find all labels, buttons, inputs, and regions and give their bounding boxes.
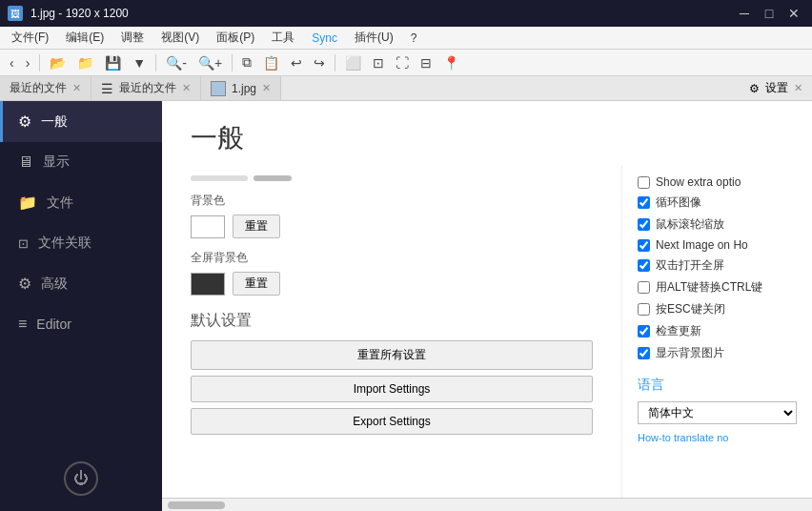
checkbox-esc-close-input[interactable] (638, 303, 650, 316)
settings-tab-close[interactable]: ✕ (794, 82, 802, 94)
fullscreen-button[interactable]: ⛶ (392, 53, 413, 72)
checkbox-check-update-label: 检查更新 (656, 323, 701, 339)
sidebar-label-files: 文件 (47, 194, 73, 212)
menu-help[interactable]: ? (403, 30, 425, 47)
resize-button[interactable]: ⊡ (369, 53, 388, 72)
tab-settings[interactable]: ⚙ 设置 ✕ (740, 76, 812, 100)
select-button[interactable]: ⊟ (416, 53, 436, 72)
paste-button[interactable]: 📋 (259, 53, 283, 72)
bg-color-label: 背景色 (191, 193, 593, 209)
menu-sync[interactable]: Sync (304, 30, 345, 47)
scroll-indicator (191, 175, 593, 181)
checkbox-next-image-label: Next Image on Ho (656, 238, 748, 252)
settings-panel: 一般 背景色 重置 全屏背景色 重置 (162, 101, 812, 511)
tab-recent-1[interactable]: 最近的文件 ✕ (0, 76, 91, 100)
checkbox-alt-ctrl: 用ALT键替换CTRL键 (638, 279, 797, 296)
settings-gear-icon: ⚙ (749, 82, 760, 95)
tab-image-thumbnail (211, 81, 226, 96)
sidebar-label-general: 一般 (41, 113, 68, 131)
menu-plugins[interactable]: 插件(U) (347, 28, 401, 48)
nav-forward-button[interactable]: › (22, 53, 34, 72)
tab-recent-1-close[interactable]: ✕ (72, 82, 81, 94)
horizontal-scrollbar[interactable] (162, 498, 812, 511)
menu-panel[interactable]: 面板(P) (209, 28, 262, 48)
menu-adjust[interactable]: 调整 (113, 28, 152, 48)
sidebar-item-file-assoc[interactable]: ⊡ 文件关联 (0, 223, 162, 263)
menu-view[interactable]: 视图(V) (153, 28, 207, 48)
tab-bar: 最近的文件 ✕ ☰ 最近的文件 ✕ 1.jpg ✕ ⚙ 设置 ✕ (0, 76, 812, 101)
minimize-button[interactable]: ─ (734, 5, 755, 22)
sidebar-item-files[interactable]: 📁 文件 (0, 182, 162, 223)
settings-right: Show extra optio 循环图像 鼠标滚轮缩放 Next Image … (621, 166, 812, 498)
import-settings-button[interactable]: Import Settings (191, 376, 593, 402)
checkbox-alt-ctrl-input[interactable] (638, 281, 650, 294)
checkbox-esc-close: 按ESC键关闭 (638, 301, 797, 317)
checkbox-double-click-input[interactable] (638, 259, 650, 272)
tab-image-label: 1.jpg (232, 82, 256, 95)
checkbox-show-extra-input[interactable] (638, 176, 650, 189)
toolbar-separator-3 (232, 54, 233, 72)
sidebar-label-advanced: 高级 (41, 276, 68, 293)
sidebar-label-display: 显示 (43, 153, 70, 171)
tab-image[interactable]: 1.jpg ✕ (201, 76, 281, 100)
hamburger-icon: ☰ (101, 81, 113, 96)
save-button[interactable]: 💾 (101, 53, 125, 72)
zoom-in-button[interactable]: 🔍+ (194, 53, 226, 72)
display-icon: 🖥 (18, 153, 33, 171)
bg-color-swatch[interactable] (191, 215, 225, 238)
language-select[interactable]: 简体中文 English 繁體中文 日本語 한국어 (638, 401, 797, 424)
app-icon: 🖼 (8, 6, 23, 21)
copy-button[interactable]: ⧉ (238, 52, 255, 72)
translate-link[interactable]: How-to translate no (638, 432, 728, 443)
title-bar: 🖼 1.jpg - 1920 x 1200 ─ □ ✕ (0, 0, 812, 27)
files-icon: 📁 (18, 194, 37, 212)
crop-button[interactable]: ⬜ (341, 53, 365, 72)
sidebar-item-general[interactable]: ⚙ 一般 (0, 101, 162, 142)
checkbox-show-bg-input[interactable] (638, 347, 650, 359)
nav-back-button[interactable]: ‹ (6, 53, 18, 72)
toolbar-separator-2 (155, 54, 156, 72)
tab-recent-2[interactable]: ☰ 最近的文件 ✕ (91, 76, 201, 100)
location-button[interactable]: 📍 (439, 53, 463, 72)
checkbox-show-bg-label: 显示背景图片 (656, 345, 724, 361)
close-button[interactable]: ✕ (783, 5, 804, 22)
redo-button[interactable]: ↪ (310, 53, 329, 72)
fullscreen-bg-swatch[interactable] (191, 273, 225, 296)
checkbox-next-image: Next Image on Ho (638, 238, 797, 252)
menu-tools[interactable]: 工具 (264, 28, 302, 48)
tab-recent-2-label: 最近的文件 (119, 80, 176, 96)
fullscreen-bg-row: 重置 (191, 272, 593, 296)
checkbox-double-click: 双击打开全屏 (638, 257, 797, 274)
fullscreen-bg-reset-button[interactable]: 重置 (233, 272, 280, 296)
zoom-out-button[interactable]: 🔍- (162, 53, 191, 72)
maximize-button[interactable]: □ (759, 5, 780, 22)
checkbox-next-image-input[interactable] (638, 239, 650, 252)
checkbox-check-update: 检查更新 (638, 323, 797, 339)
folder-button[interactable]: 📁 (73, 53, 97, 72)
sidebar-footer: ⏻ (0, 446, 162, 511)
tab-recent-2-close[interactable]: ✕ (182, 82, 191, 94)
export-settings-button[interactable]: Export Settings (191, 408, 593, 435)
checkbox-scroll-zoom-input[interactable] (638, 218, 650, 231)
checkbox-show-extra: Show extra optio (638, 175, 797, 189)
menu-bar: 文件(F) 编辑(E) 调整 视图(V) 面板(P) 工具 Sync 插件(U)… (0, 27, 812, 50)
filter-button[interactable]: ▼ (129, 53, 150, 72)
checkbox-check-update-input[interactable] (638, 325, 650, 337)
toolbar-separator-4 (335, 54, 335, 72)
reset-all-button[interactable]: 重置所有设置 (191, 340, 593, 370)
sidebar-item-display[interactable]: 🖥 显示 (0, 142, 162, 182)
bg-color-reset-button[interactable]: 重置 (233, 215, 280, 238)
open-button[interactable]: 📂 (46, 53, 70, 72)
power-button[interactable]: ⏻ (64, 461, 98, 496)
editor-icon: ≡ (18, 316, 27, 333)
hscroll-thumb[interactable] (168, 501, 225, 509)
checkbox-show-extra-label: Show extra optio (656, 175, 741, 189)
undo-button[interactable]: ↩ (287, 53, 306, 72)
checkbox-loop-input[interactable] (638, 196, 650, 209)
tab-image-close[interactable]: ✕ (262, 82, 271, 94)
sidebar-item-advanced[interactable]: ⚙ 高级 (0, 263, 162, 304)
default-settings-label: 默认设置 (191, 311, 593, 331)
menu-file[interactable]: 文件(F) (4, 28, 56, 48)
sidebar-item-editor[interactable]: ≡ Editor (0, 304, 162, 344)
menu-edit[interactable]: 编辑(E) (58, 28, 112, 48)
